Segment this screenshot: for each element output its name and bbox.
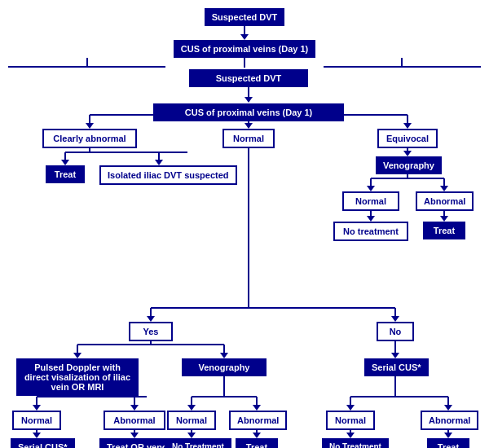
venography-mid-box: Venography — [182, 358, 267, 376]
svg-marker-66 — [253, 433, 261, 438]
treat-1-box: Treat — [46, 165, 85, 183]
abnormal-pd-box: Abnormal — [104, 411, 165, 430]
equivocal-box: Equivocal — [377, 129, 438, 148]
svg-marker-56 — [346, 405, 355, 411]
treat-vm-box: Treat — [236, 438, 278, 448]
clearly-abnormal-box: Clearly abnormal — [42, 129, 137, 148]
abnormal-vm-box: Abnormal — [229, 411, 287, 430]
svg-marker-4 — [86, 123, 94, 129]
yes-box: Yes — [129, 322, 173, 341]
normal-veno-box: Normal — [342, 191, 399, 211]
svg-marker-58 — [444, 405, 452, 411]
no-treatment-veno-box: No treatment — [333, 222, 408, 241]
svg-marker-44 — [33, 405, 41, 411]
no-treatment-vm-box: No Treatment — [165, 438, 231, 448]
svg-marker-6 — [244, 123, 253, 129]
svg-marker-38 — [220, 353, 228, 358]
normal-pd-box: Normal — [12, 411, 61, 430]
suspected-dvt-box: Suspected DVT — [205, 8, 285, 26]
suspected-dvt-box: Suspected DVT — [189, 69, 308, 87]
svg-marker-30 — [147, 316, 155, 322]
isolated-iliac-box: Isolated iliac DVT suspected — [99, 165, 237, 185]
svg-marker-50 — [187, 405, 196, 411]
flowchart: Suspected DVT CUS of proximal veins (Day… — [8, 8, 481, 68]
cus-proximal-box: CUS of proximal veins (Day 1) — [153, 103, 344, 121]
svg-marker-25 — [367, 216, 375, 222]
abnormal-scus-box: Abnormal — [421, 411, 478, 430]
svg-marker-32 — [391, 316, 399, 322]
svg-marker-52 — [253, 405, 261, 411]
venography-top-box: Venography — [376, 156, 442, 174]
svg-marker-27 — [440, 216, 448, 222]
pulsed-doppler-box: Pulsed Doppler with direct visalization … — [16, 358, 139, 396]
treat-veno-box: Treat — [423, 222, 465, 239]
cus-proximal-box: CUS of proximal veins (Day 1) — [174, 40, 316, 58]
svg-marker-14 — [155, 160, 163, 165]
abnormal-veno-box: Abnormal — [416, 191, 474, 211]
svg-marker-8 — [403, 123, 412, 129]
svg-marker-40 — [391, 353, 399, 358]
no-treatment-scus-box: No Treatment — [322, 438, 389, 448]
svg-marker-36 — [73, 353, 82, 358]
svg-marker-1 — [244, 97, 253, 103]
normal-top-box: Normal — [222, 129, 275, 148]
svg-marker-64 — [187, 433, 196, 438]
serial-cus-bot-box: Serial CUS* — [11, 438, 75, 448]
svg-marker-21 — [367, 186, 375, 191]
normal-scus-box: Normal — [326, 411, 375, 430]
svg-marker-68 — [346, 433, 355, 438]
svg-marker-12 — [61, 160, 69, 165]
svg-marker-46 — [130, 405, 139, 411]
no-box: No — [377, 322, 414, 341]
svg-marker-23 — [440, 186, 448, 191]
svg-marker-70 — [444, 433, 452, 438]
serial-cus-no-box: Serial CUS* — [364, 358, 429, 376]
svg-marker-60 — [33, 433, 41, 438]
svg-marker-62 — [130, 433, 139, 438]
normal-vm-box: Normal — [167, 411, 216, 430]
svg-marker-17 — [403, 151, 412, 156]
treat-scus-box: Treat — [427, 438, 469, 448]
